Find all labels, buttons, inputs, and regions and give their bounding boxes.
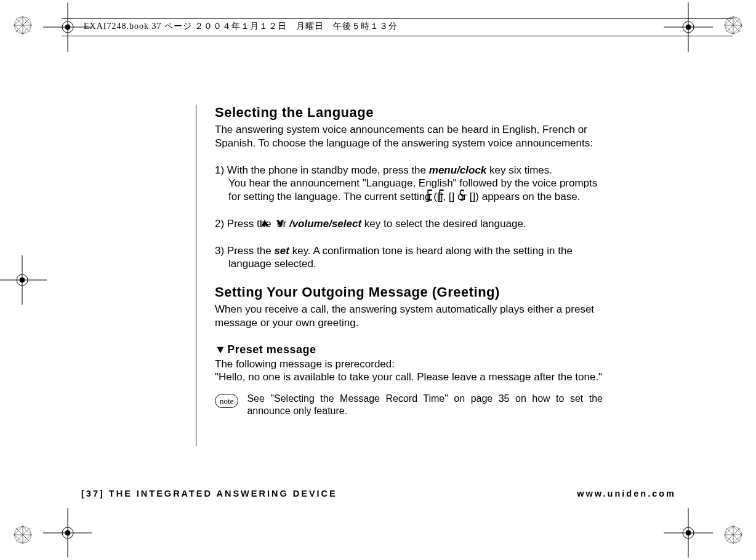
step-3: 3) Press the set key. A confirmation ton…: [215, 244, 603, 271]
footer-left: [37] THE INTEGRATED ANSWERING DEVICE: [81, 489, 337, 498]
key-set: set: [274, 245, 289, 257]
svg-point-39: [65, 25, 70, 30]
steps-list: 1) With the phone in standby mode, press…: [215, 164, 603, 271]
preset-message-body: The following message is prerecorded: "H…: [215, 358, 603, 385]
key-menu-clock: menu/clock: [429, 164, 487, 176]
regmark-bottom-left: [12, 524, 33, 545]
svg-point-47: [20, 278, 25, 282]
note-badge: note: [215, 394, 238, 408]
regmark-bottom-right: [723, 524, 744, 545]
crossmark-left: [0, 255, 47, 305]
svg-point-51: [65, 530, 70, 535]
step-1: 1) With the phone in standby mode, press…: [215, 164, 603, 204]
svg-point-43: [686, 25, 691, 30]
footer-right: www.uniden.com: [577, 489, 676, 498]
crossmark-bottom-left: [43, 508, 92, 558]
heading-selecting-language: Selecting the Language: [215, 105, 603, 121]
note-text: See "Selecting the Message Record Time" …: [247, 393, 603, 417]
crossmark-top-right: [664, 2, 713, 52]
step-2: 2) Press the or /volume/select key to se…: [215, 217, 603, 231]
step-1-text-a: 1) With the phone in standby mode, press…: [215, 164, 429, 176]
subheading-preset-label: Preset message: [227, 343, 316, 356]
regmark-top-left: [12, 15, 33, 36]
intro-outgoing-message: When you receive a call, the answering s…: [215, 303, 603, 330]
step-3-text-a: 3) Press the: [215, 245, 274, 257]
note-row: note See "Selecting the Message Record T…: [215, 393, 603, 417]
print-header-info: EXAI7248.book 37 ページ ２００４年１月１２日 月曜日 午後５時…: [84, 21, 398, 32]
heading-outgoing-message: Setting Your Outgoing Message (Greeting): [215, 284, 603, 300]
page-content: Selecting the Language The answering sys…: [196, 105, 603, 446]
header-rule-bottom: [62, 36, 733, 36]
triangle-down-icon: ▼: [215, 343, 226, 356]
subheading-preset-message: ▼Preset message: [215, 343, 603, 356]
svg-point-55: [686, 530, 691, 535]
crossmark-bottom-right: [664, 508, 713, 558]
header-rule-top: [62, 18, 733, 19]
intro-selecting-language: The answering system voice announcements…: [215, 123, 603, 150]
step-1-text-e: ]) appears on the base.: [473, 191, 581, 202]
step-2-text-b: key to select the desired language.: [361, 218, 526, 230]
key-volume-select: /volume/select: [289, 218, 361, 230]
